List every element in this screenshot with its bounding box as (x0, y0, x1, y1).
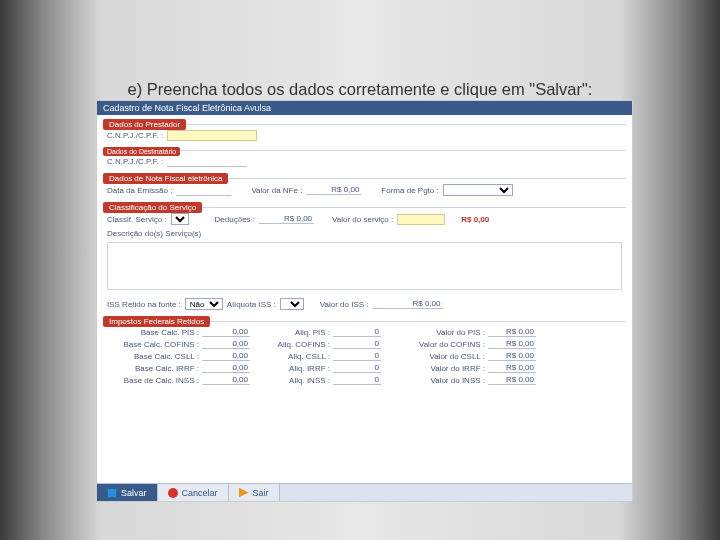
label-deducoes: Deduções : (215, 215, 255, 224)
label-aliq-1: Aliq. COFINS : (276, 340, 330, 349)
value-deducoes: R$ 0,00 (259, 214, 314, 224)
sair-label: Sair (253, 488, 269, 498)
label-iss-retido: ISS Retido na fonte : (107, 300, 181, 309)
section-impostos: Impostos Federais Retidos (103, 316, 626, 322)
label-valor-1: Valor do COFINS : (407, 340, 485, 349)
label-valor-0: Valor do PIS : (407, 328, 485, 337)
label-cnpj-destinatario: C.N.P.J./C.P.F. : (107, 157, 163, 166)
section-label-impostos: Impostos Federais Retidos (103, 316, 210, 327)
value-aliq-3: 0 (333, 363, 381, 373)
value-aliq-4: 0 (333, 375, 381, 385)
value-valor-4: R$ 0,00 (488, 375, 536, 385)
label-valor-iss: Valor do ISS : (320, 300, 369, 309)
label-base-4: Base de Calc. INSS : (107, 376, 199, 385)
section-label-classificacao: Classificação do Serviço (103, 202, 202, 213)
divider (103, 150, 626, 151)
label-forma-pgto: Forma de Pgto : (381, 186, 438, 195)
section-nfe: Dados de Nota Fiscal eletrônica (103, 173, 626, 179)
label-aliq-0: Aliq. PIS : (276, 328, 330, 337)
select-forma-pgto[interactable] (443, 184, 513, 196)
value-base-3: 0,00 (202, 363, 250, 373)
value-valor-iss: R$ 0,00 (373, 299, 443, 309)
label-aliquota-iss: Alíquota ISS : (227, 300, 276, 309)
section-destinatario: Dados do Destinatário (103, 147, 626, 151)
textarea-descricao[interactable] (107, 242, 622, 290)
section-prestador: Dados do Prestador (103, 119, 626, 125)
value-valor-1: R$ 0,00 (488, 339, 536, 349)
input-data-emissao[interactable] (176, 185, 231, 196)
label-valor-2: Valor do CSLL : (407, 352, 485, 361)
label-valor-nfe: Valor da NFe : (251, 186, 302, 195)
section-label-prestador: Dados do Prestador (103, 119, 186, 130)
save-icon (107, 488, 117, 498)
select-classif-servico[interactable] (171, 213, 189, 225)
value-base-2: 0,00 (202, 351, 250, 361)
nfe-form-panel: Cadastro de Nota Fiscal Eletrônica Avuls… (96, 100, 633, 502)
value-aliq-1: 0 (333, 339, 381, 349)
label-base-0: Base Calc. PIS : (107, 328, 199, 337)
section-label-nfe: Dados de Nota Fiscal eletrônica (103, 173, 228, 184)
cancelar-button[interactable]: Cancelar (158, 484, 229, 501)
value-base-1: 0,00 (202, 339, 250, 349)
value-base-0: 0,00 (202, 327, 250, 337)
input-cnpj-prestador[interactable] (167, 130, 257, 141)
label-classif-servico: Classif. Serviço : (107, 215, 167, 224)
instruction-caption: e) Preencha todos os dados corretamente … (0, 80, 720, 99)
sair-button[interactable]: Sair (229, 484, 280, 501)
value-valor-2: R$ 0,00 (488, 351, 536, 361)
button-bar: Salvar Cancelar Sair (97, 483, 632, 501)
tax-grid: Base Calc. PIS :0,00Aliq. PIS :0Valor do… (97, 325, 632, 389)
label-base-2: Base Calc. CSLL : (107, 352, 199, 361)
section-label-destinatario: Dados do Destinatário (103, 147, 180, 156)
salvar-label: Salvar (121, 488, 147, 498)
value-base-4: 0,00 (202, 375, 250, 385)
label-base-1: Base Calc. COFINS : (107, 340, 199, 349)
input-valor-servico[interactable] (397, 214, 445, 225)
cancel-icon (168, 488, 178, 498)
label-aliq-3: Aliq. IRRF : (276, 364, 330, 373)
label-valor-servico: Valor do serviço : (332, 215, 393, 224)
section-classificacao: Classificação do Serviço (103, 202, 626, 208)
value-valor-0: R$ 0,00 (488, 327, 536, 337)
value-aliq-2: 0 (333, 351, 381, 361)
value-valor-3: R$ 0,00 (488, 363, 536, 373)
label-data-emissao: Data da Emissão : (107, 186, 172, 195)
value-valor-servico: R$ 0,00 (449, 215, 491, 224)
label-aliq-2: Aliq. CSLL : (276, 352, 330, 361)
window-title: Cadastro de Nota Fiscal Eletrônica Avuls… (97, 101, 632, 115)
input-cnpj-destinatario[interactable] (167, 156, 247, 167)
label-valor-4: Valor do INSS : (407, 376, 485, 385)
label-aliq-4: Aliq. INSS : (276, 376, 330, 385)
select-aliquota-iss[interactable] (280, 298, 304, 310)
value-aliq-0: 0 (333, 327, 381, 337)
label-descricao-servicos: Descrição do(s) Serviço(s) (97, 227, 632, 238)
label-base-3: Base Calc. IRRF : (107, 364, 199, 373)
salvar-button[interactable]: Salvar (97, 484, 158, 501)
select-iss-retido[interactable]: Não (185, 298, 223, 310)
exit-icon (239, 488, 249, 498)
value-valor-nfe: R$ 0,00 (306, 185, 361, 195)
cancelar-label: Cancelar (182, 488, 218, 498)
label-valor-3: Valor do IRRF : (407, 364, 485, 373)
label-cnpj-prestador: C.N.P.J./C.P.F. : (107, 131, 163, 140)
